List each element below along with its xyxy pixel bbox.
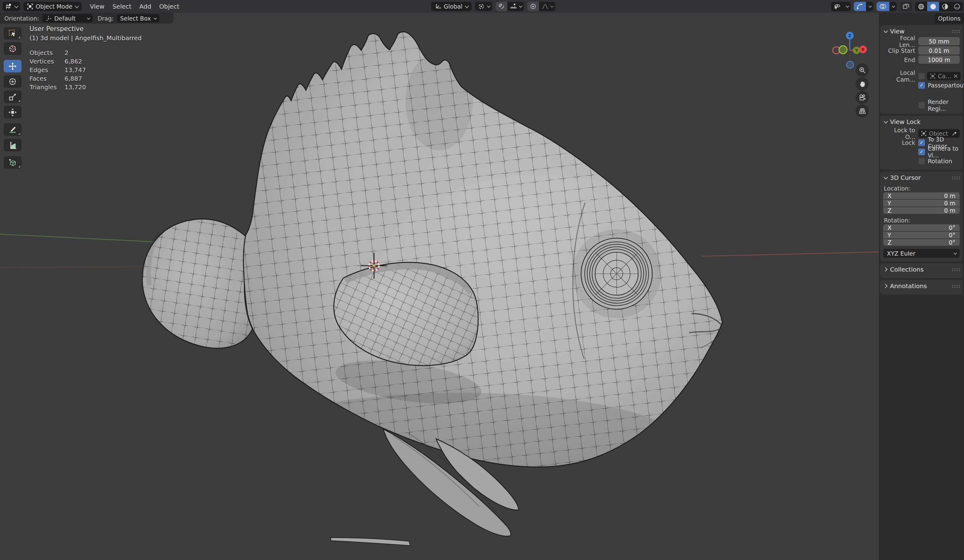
mode-selector-label: Object Mode [36,3,72,10]
transform-tool-icon [8,108,17,117]
stat-row: Triangles13,720 [29,83,86,91]
move-tool[interactable] [4,60,21,72]
shading-material-button[interactable] [939,2,951,11]
zoom-button[interactable] [856,63,869,77]
add-cube-tool[interactable] [4,156,21,169]
toggle-projection-button[interactable] [856,104,869,117]
menu-select[interactable]: Select [108,3,135,10]
angelfish-model[interactable] [142,32,723,545]
shading-mode-group [915,2,963,11]
move-tool-icon [8,62,17,71]
panel-view-lock-header[interactable]: View Lock [883,117,960,127]
panel-drag-dots[interactable] [952,30,960,33]
visibility-eye-icon [834,3,841,10]
annotate-tool[interactable] [4,123,21,136]
orientation-dropdown[interactable]: Default [42,14,93,23]
measure-tool[interactable] [4,139,21,151]
proportional-falloff-dropdown[interactable] [539,2,555,11]
overlays-dropdown[interactable] [889,2,897,11]
panel-annotations-header[interactable]: Annotations [883,281,960,291]
panel-3d-cursor: 3D Cursor Location: X0 m Y0 m Z0 m Rotat… [880,172,963,261]
cursor-rotation-z[interactable]: Z0° [883,239,960,246]
render-region-checkbox[interactable] [918,102,925,109]
clip-end-row: End 1000 m [883,55,960,64]
transform-controls: Global [431,2,555,11]
chevron-right-icon [883,284,887,288]
chevron-down-icon [954,251,957,254]
drag-dropdown[interactable]: Select Box [117,14,160,23]
mode-selector[interactable]: Object Mode [23,2,82,11]
chevron-down-icon [846,4,849,8]
3d-viewport[interactable]: User Perspective (1) 3d model | Angelfis… [0,13,964,560]
menu-object[interactable]: Object [155,3,183,10]
scale-tool[interactable] [4,91,21,103]
focal-length-field[interactable]: 50 mm [918,37,960,45]
rotate-tool[interactable] [4,75,21,88]
panel-3d-cursor-header[interactable]: 3D Cursor [883,173,960,183]
pivot-point-icon [478,3,485,10]
cursor-rotation-mode-dropdown[interactable]: XYZ Euler [883,249,960,258]
shading-rendered-button[interactable] [951,2,963,11]
cursor-tool-icon [8,44,17,54]
cursor-location-z[interactable]: Z0 m [883,207,960,214]
pan-button[interactable] [856,77,869,91]
editor-type-button[interactable] [2,2,20,11]
panel-drag-dots[interactable] [952,176,960,180]
drag-label: Drag: [98,15,114,22]
gizmo-dropdown[interactable] [866,2,873,11]
lock-rotation-checkbox[interactable] [918,158,925,164]
show-overlays-toggle[interactable] [876,2,889,11]
pan-hand-icon [859,80,866,88]
show-gizmo-toggle[interactable] [854,2,866,11]
cursor-location-y[interactable]: Y0 m [883,200,960,206]
shading-wireframe-button[interactable] [915,2,927,11]
panel-drag-dots[interactable] [952,284,960,288]
transform-orientation-dropdown[interactable]: Global [431,2,472,11]
panel-collections-header[interactable]: Collections [883,265,960,274]
clip-start-field[interactable]: 0.01 m [918,46,960,55]
proportional-editing-controls [527,2,555,11]
render-region-label: Render Regi... [928,99,960,112]
panel-drag-dots[interactable] [952,268,960,271]
camera-view-button[interactable] [856,91,869,104]
xray-toggle[interactable] [900,2,912,11]
clip-end-label: End [883,57,918,63]
passepartout-checkbox[interactable]: ✓ [918,82,925,89]
rotate-tool-icon [8,77,17,86]
clip-end-field[interactable]: 1000 m [918,55,960,64]
camera-to-view-checkbox[interactable]: ✓ [918,149,925,155]
snap-target-dropdown[interactable] [507,2,524,11]
menu-view[interactable]: View [86,3,108,10]
cursor-location-x[interactable]: X0 m [883,192,960,199]
pivot-point-dropdown[interactable] [475,2,492,11]
options-dropdown[interactable]: Options [935,13,964,24]
close-icon[interactable] [954,74,958,78]
proportional-editing-toggle[interactable] [527,2,539,11]
chevron-down-icon [153,16,157,19]
eyedropper-icon[interactable] [952,131,957,136]
shading-solid-button[interactable] [927,2,939,11]
gizmo-axis-neg-y [839,46,847,54]
proportional-falloff-icon [541,3,549,10]
clip-start-row: Clip Start 0.01 m [883,46,960,55]
shading-material-icon [941,3,949,10]
cursor-rotation-x[interactable]: X0° [883,224,960,231]
panel-collections: Collections [880,263,963,278]
cursor-tool[interactable] [4,42,21,55]
local-camera-object-field[interactable]: Ca... [927,72,961,80]
transform-orientation-icon [435,3,441,10]
menu-add[interactable]: Add [135,3,155,10]
cursor-rotation-y[interactable]: Y0° [883,232,960,239]
snap-toggle[interactable] [496,2,507,11]
local-camera-checkbox[interactable] [918,73,925,80]
stat-row: Objects2 [29,49,86,57]
to-3d-cursor-checkbox[interactable]: ✓ [918,139,925,146]
select-box-tool[interactable] [4,27,21,40]
select-box-icon [8,29,17,38]
panel-annotations: Annotations [880,280,963,295]
transform-tool[interactable] [4,106,21,118]
focal-length-label: Focal Len... [883,35,918,48]
visibility-dropdown[interactable] [831,2,851,11]
camera-to-view-row: ✓ Camera to Vi... [883,148,960,156]
chevron-down-icon [868,4,872,8]
